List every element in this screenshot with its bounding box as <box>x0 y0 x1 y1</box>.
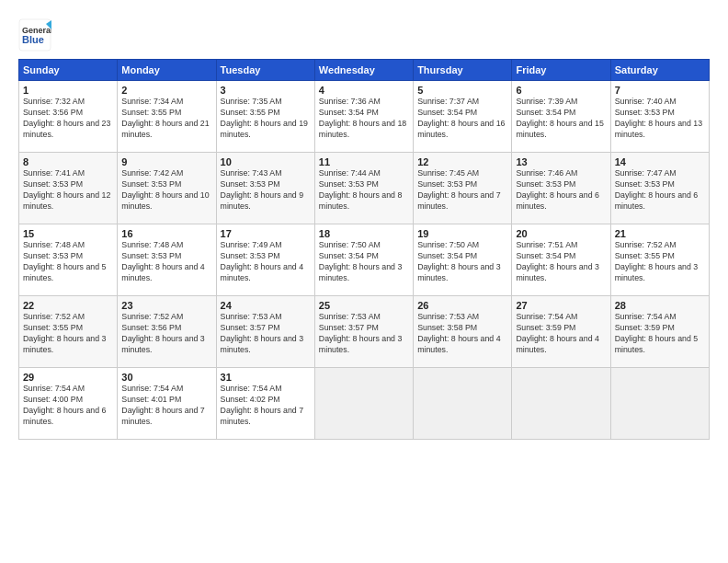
day-detail: Sunrise: 7:45 AMSunset: 3:53 PMDaylight:… <box>417 168 500 211</box>
day-number: 27 <box>516 300 606 311</box>
day-detail: Sunrise: 7:36 AMSunset: 3:54 PMDaylight:… <box>319 97 406 139</box>
day-cell-22: 22 Sunrise: 7:52 AMSunset: 3:55 PMDaylig… <box>19 296 118 368</box>
weekday-header-thursday: Thursday <box>414 60 512 81</box>
day-number: 7 <box>615 85 705 96</box>
day-cell-20: 20 Sunrise: 7:51 AMSunset: 3:54 PMDaylig… <box>512 224 610 296</box>
day-number: 13 <box>516 156 606 167</box>
day-detail: Sunrise: 7:52 AMSunset: 3:55 PMDaylight:… <box>23 312 106 354</box>
week-row-3: 22 Sunrise: 7:52 AMSunset: 3:55 PMDaylig… <box>19 296 710 368</box>
day-cell-5: 5 Sunrise: 7:37 AMSunset: 3:54 PMDayligh… <box>414 81 512 153</box>
day-detail: Sunrise: 7:43 AMSunset: 3:53 PMDaylight:… <box>221 168 303 211</box>
day-detail: Sunrise: 7:44 AMSunset: 3:53 PMDaylight:… <box>319 168 402 211</box>
day-cell-31: 31 Sunrise: 7:54 AMSunset: 4:02 PMDaylig… <box>216 368 314 440</box>
day-detail: Sunrise: 7:52 AMSunset: 3:56 PMDaylight:… <box>121 312 204 354</box>
day-cell-19: 19 Sunrise: 7:50 AMSunset: 3:54 PMDaylig… <box>414 224 512 296</box>
day-cell-4: 4 Sunrise: 7:36 AMSunset: 3:54 PMDayligh… <box>314 81 413 153</box>
day-detail: Sunrise: 7:35 AMSunset: 3:55 PMDaylight:… <box>221 97 308 139</box>
day-cell-29: 29 Sunrise: 7:54 AMSunset: 4:00 PMDaylig… <box>19 368 118 440</box>
day-number: 11 <box>319 156 409 167</box>
day-cell-9: 9 Sunrise: 7:42 AMSunset: 3:53 PMDayligh… <box>118 153 216 224</box>
weekday-header-tuesday: Tuesday <box>216 60 314 81</box>
weekday-header-row: SundayMondayTuesdayWednesdayThursdayFrid… <box>19 60 710 81</box>
day-number: 26 <box>417 300 507 311</box>
day-number: 15 <box>23 228 113 239</box>
day-cell-13: 13 Sunrise: 7:46 AMSunset: 3:53 PMDaylig… <box>512 153 610 224</box>
day-number: 22 <box>23 300 113 311</box>
day-detail: Sunrise: 7:53 AMSunset: 3:57 PMDaylight:… <box>319 312 402 354</box>
day-detail: Sunrise: 7:50 AMSunset: 3:54 PMDaylight:… <box>319 240 402 282</box>
day-detail: Sunrise: 7:34 AMSunset: 3:55 PMDaylight:… <box>121 97 209 139</box>
day-cell-23: 23 Sunrise: 7:52 AMSunset: 3:56 PMDaylig… <box>118 296 216 368</box>
day-detail: Sunrise: 7:37 AMSunset: 3:54 PMDaylight:… <box>417 97 505 139</box>
week-row-4: 29 Sunrise: 7:54 AMSunset: 4:00 PMDaylig… <box>19 368 710 440</box>
empty-cell <box>512 368 610 440</box>
empty-cell <box>414 368 512 440</box>
day-detail: Sunrise: 7:51 AMSunset: 3:54 PMDaylight:… <box>516 240 598 282</box>
day-cell-25: 25 Sunrise: 7:53 AMSunset: 3:57 PMDaylig… <box>314 296 413 368</box>
day-detail: Sunrise: 7:54 AMSunset: 4:02 PMDaylight:… <box>221 384 303 426</box>
day-detail: Sunrise: 7:54 AMSunset: 4:00 PMDaylight:… <box>23 384 106 426</box>
header: General Blue <box>18 15 710 52</box>
day-cell-28: 28 Sunrise: 7:54 AMSunset: 3:59 PMDaylig… <box>610 296 709 368</box>
day-number: 1 <box>23 85 113 96</box>
day-number: 31 <box>221 372 311 383</box>
day-number: 12 <box>417 156 507 167</box>
day-detail: Sunrise: 7:48 AMSunset: 3:53 PMDaylight:… <box>23 240 106 282</box>
day-number: 20 <box>516 228 606 239</box>
day-cell-11: 11 Sunrise: 7:44 AMSunset: 3:53 PMDaylig… <box>314 153 413 224</box>
empty-cell <box>610 368 709 440</box>
day-detail: Sunrise: 7:41 AMSunset: 3:53 PMDaylight:… <box>23 168 110 211</box>
day-number: 30 <box>121 372 211 383</box>
week-row-2: 15 Sunrise: 7:48 AMSunset: 3:53 PMDaylig… <box>19 224 710 296</box>
day-detail: Sunrise: 7:54 AMSunset: 3:59 PMDaylight:… <box>615 312 698 354</box>
day-number: 2 <box>121 85 211 96</box>
day-detail: Sunrise: 7:49 AMSunset: 3:53 PMDaylight:… <box>221 240 303 282</box>
day-number: 16 <box>121 228 211 239</box>
weekday-header-friday: Friday <box>512 60 610 81</box>
day-detail: Sunrise: 7:40 AMSunset: 3:53 PMDaylight:… <box>615 97 702 139</box>
empty-cell <box>314 368 413 440</box>
day-cell-6: 6 Sunrise: 7:39 AMSunset: 3:54 PMDayligh… <box>512 81 610 153</box>
day-cell-21: 21 Sunrise: 7:52 AMSunset: 3:55 PMDaylig… <box>610 224 709 296</box>
week-row-0: 1 Sunrise: 7:32 AMSunset: 3:56 PMDayligh… <box>19 81 710 153</box>
calendar-page: General Blue SundayMondayTuesdayWednesda… <box>0 0 728 563</box>
week-row-1: 8 Sunrise: 7:41 AMSunset: 3:53 PMDayligh… <box>19 153 710 224</box>
weekday-header-sunday: Sunday <box>19 60 118 81</box>
day-number: 8 <box>23 156 113 167</box>
day-cell-10: 10 Sunrise: 7:43 AMSunset: 3:53 PMDaylig… <box>216 153 314 224</box>
day-number: 10 <box>221 156 311 167</box>
day-number: 18 <box>319 228 409 239</box>
day-cell-8: 8 Sunrise: 7:41 AMSunset: 3:53 PMDayligh… <box>19 153 118 224</box>
day-detail: Sunrise: 7:48 AMSunset: 3:53 PMDaylight:… <box>121 240 204 282</box>
day-cell-16: 16 Sunrise: 7:48 AMSunset: 3:53 PMDaylig… <box>118 224 216 296</box>
day-cell-1: 1 Sunrise: 7:32 AMSunset: 3:56 PMDayligh… <box>19 81 118 153</box>
day-cell-2: 2 Sunrise: 7:34 AMSunset: 3:55 PMDayligh… <box>118 81 216 153</box>
day-cell-14: 14 Sunrise: 7:47 AMSunset: 3:53 PMDaylig… <box>610 153 709 224</box>
day-detail: Sunrise: 7:42 AMSunset: 3:53 PMDaylight:… <box>121 168 209 211</box>
weekday-header-wednesday: Wednesday <box>314 60 413 81</box>
day-cell-26: 26 Sunrise: 7:53 AMSunset: 3:58 PMDaylig… <box>414 296 512 368</box>
day-number: 21 <box>615 228 705 239</box>
day-number: 24 <box>221 300 311 311</box>
day-detail: Sunrise: 7:50 AMSunset: 3:54 PMDaylight:… <box>417 240 500 282</box>
day-cell-15: 15 Sunrise: 7:48 AMSunset: 3:53 PMDaylig… <box>19 224 118 296</box>
day-detail: Sunrise: 7:54 AMSunset: 4:01 PMDaylight:… <box>121 384 204 426</box>
day-detail: Sunrise: 7:46 AMSunset: 3:53 PMDaylight:… <box>516 168 598 211</box>
day-cell-27: 27 Sunrise: 7:54 AMSunset: 3:59 PMDaylig… <box>512 296 610 368</box>
day-number: 19 <box>417 228 507 239</box>
day-cell-17: 17 Sunrise: 7:49 AMSunset: 3:53 PMDaylig… <box>216 224 314 296</box>
day-number: 23 <box>121 300 211 311</box>
day-number: 25 <box>319 300 409 311</box>
day-cell-24: 24 Sunrise: 7:53 AMSunset: 3:57 PMDaylig… <box>216 296 314 368</box>
day-cell-30: 30 Sunrise: 7:54 AMSunset: 4:01 PMDaylig… <box>118 368 216 440</box>
day-cell-7: 7 Sunrise: 7:40 AMSunset: 3:53 PMDayligh… <box>610 81 709 153</box>
day-number: 29 <box>23 372 113 383</box>
svg-text:Blue: Blue <box>22 34 44 45</box>
day-number: 4 <box>319 85 409 96</box>
day-cell-12: 12 Sunrise: 7:45 AMSunset: 3:53 PMDaylig… <box>414 153 512 224</box>
logo: General Blue <box>18 18 51 52</box>
day-cell-18: 18 Sunrise: 7:50 AMSunset: 3:54 PMDaylig… <box>314 224 413 296</box>
day-number: 14 <box>615 156 705 167</box>
day-cell-3: 3 Sunrise: 7:35 AMSunset: 3:55 PMDayligh… <box>216 81 314 153</box>
calendar-table: SundayMondayTuesdayWednesdayThursdayFrid… <box>18 59 710 440</box>
